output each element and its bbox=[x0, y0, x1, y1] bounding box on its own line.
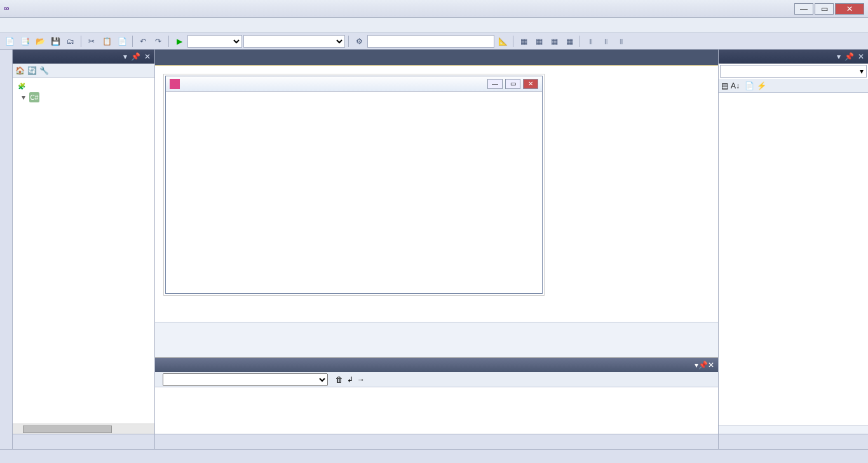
save-icon[interactable]: 💾 bbox=[48, 34, 62, 48]
pin-icon[interactable]: 📌 bbox=[131, 52, 140, 61]
props-object-combo[interactable]: ▾ bbox=[720, 65, 867, 78]
menubar bbox=[0, 18, 868, 33]
properties-panel: ▾📌✕ ▾ ▤ A↓ 📄 ⚡ bbox=[718, 50, 868, 449]
find-combo[interactable] bbox=[367, 35, 494, 48]
output-source-combo[interactable] bbox=[163, 373, 328, 386]
tool2-icon[interactable]: 📐 bbox=[496, 34, 510, 48]
props-toolbar: ▤ A↓ 📄 ⚡ bbox=[719, 79, 868, 93]
form-close-button[interactable]: ✕ bbox=[523, 79, 538, 89]
alpha-icon[interactable]: A↓ bbox=[731, 81, 740, 90]
tool-icon[interactable]: ⚙ bbox=[352, 34, 366, 48]
chart-svg bbox=[176, 98, 532, 276]
designer-surface[interactable]: — ▭ ✕ bbox=[155, 65, 718, 322]
output-clear-icon[interactable]: 🗑 bbox=[336, 375, 343, 384]
layout4-icon[interactable]: ▦ bbox=[562, 34, 576, 48]
form-titlebar: — ▭ ✕ bbox=[166, 76, 542, 92]
form-minimize-button[interactable]: — bbox=[487, 79, 503, 89]
sln-bottom-tabs bbox=[13, 434, 154, 449]
data-sources-rail[interactable] bbox=[0, 50, 13, 449]
output-close-icon[interactable]: ✕ bbox=[708, 361, 714, 370]
save-all-icon[interactable]: 🗂 bbox=[64, 34, 78, 48]
chart-control[interactable] bbox=[166, 92, 542, 293]
copy-icon[interactable]: 📋 bbox=[100, 34, 114, 48]
output-body[interactable] bbox=[155, 387, 718, 434]
events-icon[interactable]: ⚡ bbox=[757, 81, 766, 90]
new-project-icon[interactable]: 📄 bbox=[3, 34, 17, 48]
output-wrap-icon[interactable]: ↲ bbox=[347, 375, 353, 384]
project-node[interactable]: ▾C# bbox=[14, 92, 153, 103]
maximize-button[interactable]: ▭ bbox=[815, 3, 834, 15]
props-page-icon[interactable]: 📄 bbox=[745, 81, 754, 90]
output-header: ▾📌✕ bbox=[155, 358, 718, 372]
paste-icon[interactable]: 📄 bbox=[115, 34, 129, 48]
align3-icon[interactable]: ⫴ bbox=[614, 34, 628, 48]
config-combo[interactable] bbox=[187, 35, 242, 48]
component-tray bbox=[155, 322, 718, 357]
output-toolbar: 🗑 ↲ → bbox=[155, 372, 718, 387]
form-maximize-button[interactable]: ▭ bbox=[505, 79, 520, 89]
refresh-icon[interactable]: 🔄 bbox=[27, 66, 37, 75]
layout1-icon[interactable]: ▦ bbox=[517, 34, 531, 48]
props-close-icon[interactable]: ✕ bbox=[858, 52, 864, 61]
form-window[interactable]: — ▭ ✕ bbox=[165, 76, 543, 294]
output-pin-icon[interactable]: 📌 bbox=[698, 361, 708, 370]
solution-tree: 🧩 ▾C# bbox=[13, 78, 154, 424]
panel-close-icon[interactable]: ✕ bbox=[144, 52, 151, 61]
redo-icon[interactable]: ↷ bbox=[151, 34, 165, 48]
right-bottom-tabs bbox=[719, 434, 868, 449]
props-icon[interactable]: 🔧 bbox=[39, 66, 49, 75]
properties-header: ▾📌✕ bbox=[719, 50, 868, 64]
categorized-icon[interactable]: ▤ bbox=[721, 81, 728, 90]
close-button[interactable]: ✕ bbox=[835, 3, 864, 15]
minimize-button[interactable]: — bbox=[794, 3, 813, 15]
props-menu-icon[interactable]: ▾ bbox=[837, 52, 841, 61]
props-pin-icon[interactable]: 📌 bbox=[844, 52, 854, 61]
layout3-icon[interactable]: ▦ bbox=[547, 34, 561, 48]
properties-grid[interactable] bbox=[719, 93, 868, 425]
solution-explorer-header: ▾📌✕ bbox=[13, 50, 154, 64]
platform-combo[interactable] bbox=[243, 35, 345, 48]
vs-logo-icon: ∞ bbox=[4, 4, 14, 14]
home-icon[interactable]: 🏠 bbox=[15, 66, 25, 75]
open-icon[interactable]: 📂 bbox=[33, 34, 47, 48]
sln-hscroll[interactable] bbox=[13, 424, 154, 434]
form-icon bbox=[170, 79, 180, 89]
undo-icon[interactable]: ↶ bbox=[136, 34, 150, 48]
solution-explorer-toolbar: 🏠 🔄 🔧 bbox=[13, 64, 154, 78]
cut-icon[interactable]: ✂ bbox=[85, 34, 98, 48]
start-debug-icon[interactable]: ▶ bbox=[172, 34, 186, 48]
output-panel: ▾📌✕ 🗑 ↲ → bbox=[155, 357, 718, 434]
titlebar: ∞ — ▭ ✕ bbox=[0, 0, 868, 18]
layout2-icon[interactable]: ▦ bbox=[532, 34, 546, 48]
main-toolbar: 📄 📑 📂 💾 🗂 ✂ 📋 📄 ↶ ↷ ▶ ⚙ 📐 ▦ ▦ ▦ ▦ ⫴ ⫴ ⫴ bbox=[0, 33, 868, 50]
solution-node[interactable]: 🧩 bbox=[14, 80, 153, 92]
add-item-icon[interactable]: 📑 bbox=[18, 34, 32, 48]
document-tabs bbox=[155, 50, 718, 65]
align1-icon[interactable]: ⫴ bbox=[583, 34, 597, 48]
align2-icon[interactable]: ⫴ bbox=[599, 34, 613, 48]
statusbar bbox=[0, 449, 868, 463]
bottom-tool-tabs bbox=[155, 434, 718, 449]
solution-explorer-panel: ▾📌✕ 🏠 🔄 🔧 🧩 ▾C# bbox=[13, 50, 155, 449]
panel-menu-icon[interactable]: ▾ bbox=[123, 52, 127, 61]
properties-help bbox=[719, 425, 868, 434]
output-goto-icon[interactable]: → bbox=[357, 375, 365, 384]
